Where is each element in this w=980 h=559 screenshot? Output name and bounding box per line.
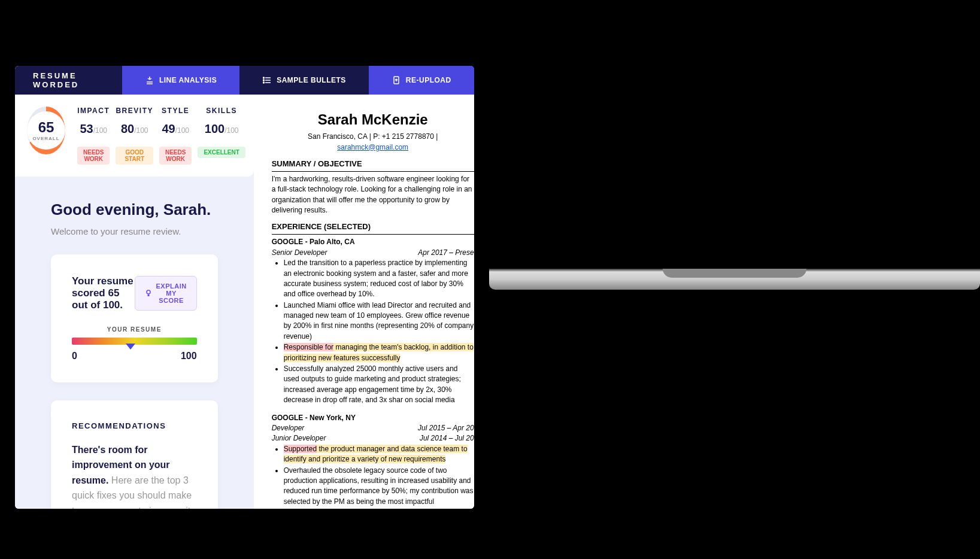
gauge-marker	[126, 344, 135, 350]
section-summary: SUMMARY / OBJECTIVE	[272, 159, 474, 172]
explain-score-button[interactable]: EXPLAIN MY SCORE	[135, 276, 196, 311]
recommendations-title: RECOMMENDATIONS	[72, 421, 197, 430]
resume-preview[interactable]: Sarah McKenzie San Francisco, CA | P: +1…	[254, 95, 474, 509]
bullet: Led the transition to a paperless practi…	[284, 258, 474, 300]
exp2-company: GOOGLE - New York, NY	[272, 413, 474, 423]
recommendations-intro: There's room for improvement on your res…	[72, 442, 197, 509]
metric-badge: NEEDS WORK	[77, 147, 110, 165]
svg-point-1	[263, 80, 265, 81]
resume-email-link[interactable]: sarahmck@gmail.com	[337, 143, 408, 151]
gauge-max: 100	[181, 351, 197, 361]
resume-contact: San Francisco, CA | P: +1 215 2778870 | …	[272, 132, 474, 153]
metric-badge: EXCELLENT	[198, 147, 245, 158]
overall-score-donut: 65 OVERALL	[27, 107, 65, 154]
left-panel: 65 OVERALL IMPACT53/100NEEDS WORKBREVITY…	[15, 95, 254, 509]
svg-point-2	[263, 82, 265, 83]
score-gauge	[72, 338, 197, 345]
metric-brevity[interactable]: BREVITY80/100GOOD START	[116, 107, 153, 165]
tab-sample-bullets[interactable]: SAMPLE BULLETS	[239, 66, 369, 95]
svg-rect-5	[148, 294, 150, 296]
greeting-title: Good evening, Sarah.	[51, 200, 218, 219]
bullet: Spearheaded redevelopment of internal tr…	[284, 508, 474, 508]
summary-text: I'm a hardworking, results-driven softwa…	[272, 174, 474, 216]
highlighted-line: Responsible for managing the team's back…	[284, 342, 474, 363]
top-bar: RESUME WORDED LINE ANALYSIS SAMPLE BULLE…	[15, 66, 474, 95]
greeting: Good evening, Sarah. Welcome to your res…	[15, 177, 254, 254]
metric-impact[interactable]: IMPACT53/100NEEDS WORK	[77, 107, 110, 165]
nav-tabs: LINE ANALYSIS SAMPLE BULLETS RE-UPLOAD	[122, 66, 474, 95]
svg-point-0	[263, 77, 265, 78]
tab-line-analysis[interactable]: LINE ANALYSIS	[122, 66, 239, 95]
brand-logo: RESUME WORDED	[15, 71, 122, 89]
highlighted-line: Supported the product manager and data s…	[284, 444, 474, 465]
lightbulb-icon	[145, 290, 152, 297]
overall-score-label: OVERALL	[32, 136, 59, 141]
score-card: Your resume scored 65 out of 100. EXPLAI…	[51, 254, 218, 382]
metric-badge: GOOD START	[116, 147, 153, 165]
score-summary-bar: 65 OVERALL IMPACT53/100NEEDS WORKBREVITY…	[15, 95, 254, 177]
gauge-label: YOUR RESUME	[72, 326, 197, 333]
recommendations-card: RECOMMENDATIONS There's room for improve…	[51, 400, 218, 509]
exp1-company: GOOGLE - Palo Alto, CA	[272, 237, 474, 247]
bullet: Overhauled the obsolete legacy source co…	[284, 466, 474, 508]
section-experience: EXPERIENCE (SELECTED)	[272, 221, 474, 235]
greeting-subtitle: Welcome to your resume review.	[51, 226, 218, 236]
metric-skills[interactable]: SKILLS100/100EXCELLENT	[198, 107, 245, 165]
gauge-min: 0	[72, 351, 77, 361]
list-icon	[262, 75, 272, 85]
score-headline: Your resume scored 65 out of 100.	[72, 275, 135, 311]
svg-point-4	[147, 290, 150, 294]
resume-name: Sarah McKenzie	[272, 110, 474, 130]
line-analysis-icon	[145, 75, 154, 85]
metric-style[interactable]: STYLE49/100NEEDS WORK	[159, 107, 192, 165]
overall-score-value: 65	[38, 119, 54, 136]
metric-badge: NEEDS WORK	[159, 147, 192, 165]
upload-icon	[392, 75, 401, 85]
tab-reupload[interactable]: RE-UPLOAD	[369, 66, 474, 95]
bullet: Launched Miami office with lead Director…	[284, 300, 474, 342]
bullet: Successfully analyzed 25000 monthly acti…	[284, 364, 474, 406]
